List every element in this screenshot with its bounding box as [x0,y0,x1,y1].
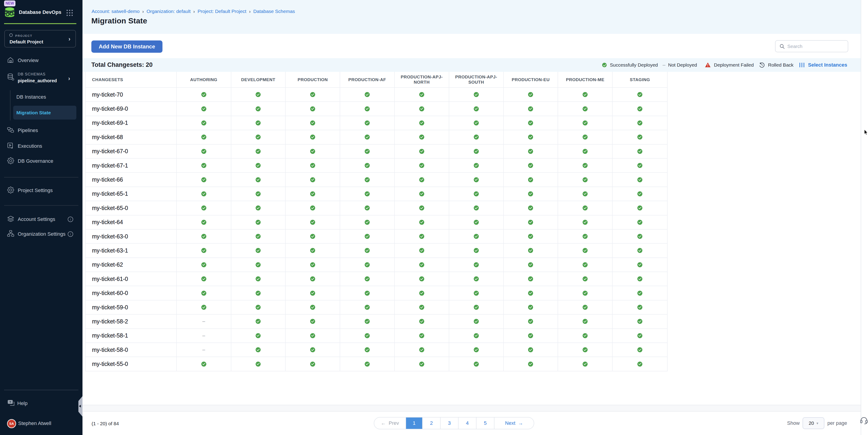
svg-text:?: ? [9,400,11,404]
